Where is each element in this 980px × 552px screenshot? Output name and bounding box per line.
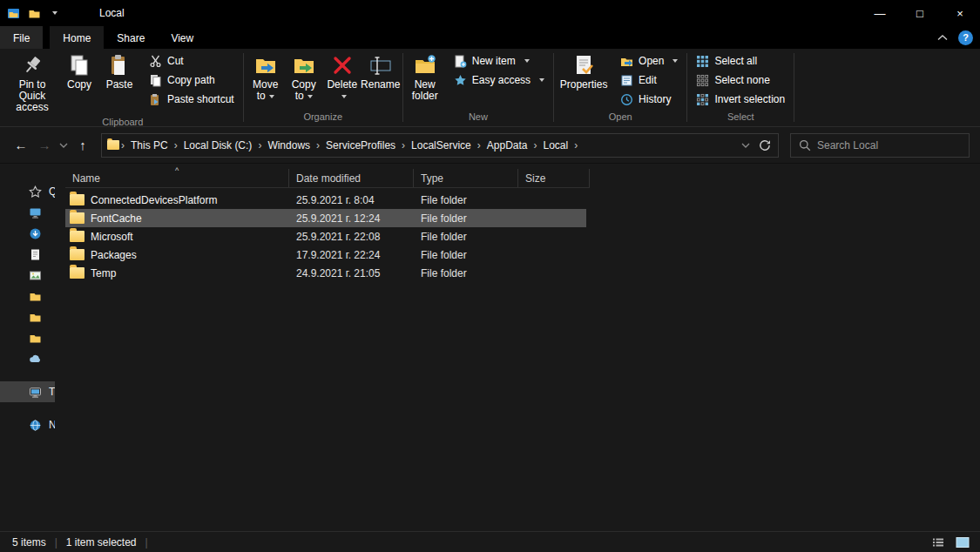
breadcrumb-local-disk-c[interactable]: Local Disk (C:) [179, 138, 257, 152]
maximize-button[interactable]: □ [900, 0, 940, 26]
large-icons-view-button[interactable] [954, 535, 971, 550]
copy-to-button[interactable]: Copy to [285, 51, 323, 104]
star-icon [29, 185, 42, 199]
column-header-name[interactable]: ^ Name [65, 169, 289, 187]
address-bar[interactable]: › This PC › Local Disk (C:) › Windows › … [101, 133, 779, 158]
close-button[interactable]: × [940, 0, 980, 26]
window-controls: — □ × [860, 0, 980, 26]
folder-icon [70, 194, 84, 205]
new-item-button[interactable]: New item [448, 51, 551, 71]
qat-customize-caret-icon[interactable] [52, 11, 57, 15]
refresh-icon[interactable] [759, 139, 771, 151]
delete-icon [331, 54, 354, 77]
tab-home[interactable]: Home [50, 26, 104, 49]
large-icons-view-icon [956, 536, 970, 549]
search-input[interactable] [817, 139, 961, 151]
select-all-button[interactable]: Select all [690, 51, 791, 71]
edit-button[interactable]: Edit [614, 71, 684, 90]
file-type: File folder [414, 267, 518, 279]
history-button[interactable]: History [614, 90, 684, 109]
collapse-ribbon-icon[interactable] [937, 34, 948, 41]
download-icon [29, 227, 42, 240]
select-none-button[interactable]: Select none [690, 71, 791, 90]
breadcrumb-localservice[interactable]: LocalService [407, 138, 476, 152]
breadcrumb-serviceprofiles[interactable]: ServiceProfiles [321, 138, 400, 152]
sort-ascending-icon: ^ [175, 167, 179, 175]
new-folder-icon [414, 54, 436, 77]
sidebar-item-network[interactable]: N [0, 414, 55, 435]
copy-button[interactable]: Copy [59, 51, 99, 93]
pin-to-quick-access-button[interactable]: Pin to Quick access [5, 51, 59, 116]
rename-button[interactable]: Rename [362, 51, 400, 93]
sidebar-item-this-pc[interactable]: Th [0, 381, 55, 402]
address-dropdown-caret-icon[interactable] [741, 143, 750, 148]
edit-label: Edit [639, 74, 657, 86]
breadcrumb-local[interactable]: Local [539, 138, 573, 152]
easy-access-icon [454, 74, 467, 87]
sidebar-item-documents[interactable] [0, 244, 55, 265]
up-button[interactable]: ↑ [74, 138, 91, 152]
help-icon[interactable]: ? [958, 30, 973, 45]
tab-share[interactable]: Share [104, 26, 158, 49]
details-view-button[interactable] [929, 535, 947, 550]
file-type: File folder [414, 249, 518, 261]
minimize-button[interactable]: — [860, 0, 900, 26]
properties-button[interactable]: Properties [557, 51, 611, 93]
sidebar-item-desktop[interactable] [0, 202, 55, 223]
open-caret-icon [672, 59, 678, 63]
tab-file[interactable]: File [0, 26, 43, 49]
file-name: Packages [91, 249, 137, 261]
picture-icon [29, 269, 42, 282]
column-header-size[interactable]: Size [518, 169, 590, 187]
table-row[interactable]: Microsoft 25.9.2021 г. 22:08 File folder [65, 227, 586, 246]
copy-path-button[interactable]: Copy path [143, 71, 240, 90]
column-header-date-modified[interactable]: Date modified [289, 169, 414, 187]
column-header-type[interactable]: Type [414, 169, 518, 187]
table-row-selected[interactable]: FontCache 25.9.2021 г. 12:24 File folder [65, 209, 586, 227]
sidebar-item-folder-1[interactable] [0, 286, 55, 306]
desktop-icon [29, 206, 42, 219]
search-box[interactable] [790, 133, 970, 158]
open-button[interactable]: Open [614, 51, 684, 71]
delete-button[interactable]: Delete [323, 51, 362, 104]
invert-selection-button[interactable]: Invert selection [690, 90, 791, 109]
properties-label: Properties [560, 79, 608, 91]
sidebar-item-pictures[interactable] [0, 265, 55, 286]
table-row[interactable]: Packages 17.9.2021 г. 22:24 File folder [65, 246, 586, 264]
breadcrumb-appdata[interactable]: AppData [483, 138, 532, 152]
move-to-button[interactable]: Move to [247, 51, 285, 104]
new-folder-button[interactable]: New folder [406, 51, 444, 104]
sidebar-item-quick-access[interactable]: Q [0, 181, 55, 202]
qat-folder-icon[interactable] [28, 7, 41, 20]
computer-icon [29, 386, 42, 399]
open-group-label: Open [557, 111, 684, 126]
breadcrumb-this-pc[interactable]: This PC [126, 138, 172, 152]
paste-button[interactable]: Paste [99, 51, 139, 93]
sidebar-item-folder-3[interactable] [0, 327, 55, 348]
easy-access-label: Easy access [472, 74, 531, 86]
back-button[interactable]: ← [12, 138, 30, 152]
paste-shortcut-button[interactable]: Paste shortcut [143, 90, 240, 109]
new-item-icon [454, 55, 467, 68]
invert-selection-label: Invert selection [714, 93, 785, 105]
move-to-label: Move to [253, 78, 278, 102]
table-row[interactable]: ConnectedDevicesPlatform 25.9.2021 г. 8:… [65, 191, 586, 209]
new-group-label: New [406, 111, 551, 126]
file-type: File folder [414, 231, 518, 243]
sidebar-item-folder-2[interactable] [0, 306, 55, 327]
easy-access-button[interactable]: Easy access [448, 71, 551, 90]
folder-icon [70, 267, 84, 279]
pin-icon [21, 54, 44, 77]
tab-view[interactable]: View [158, 26, 206, 49]
table-row[interactable]: Temp 24.9.2021 г. 21:05 File folder [65, 264, 586, 282]
recent-locations-caret-icon[interactable] [59, 143, 68, 148]
cut-button[interactable]: Cut [143, 51, 240, 71]
sidebar-item-onedrive[interactable] [0, 348, 55, 369]
rename-label: Rename [361, 79, 400, 91]
sidebar-item-downloads[interactable] [0, 223, 55, 244]
status-bar: 5 items | 1 item selected | [0, 531, 980, 552]
new-item-label: New item [472, 55, 516, 67]
select-group-label: Select [690, 111, 791, 126]
forward-button[interactable]: → [36, 138, 53, 152]
breadcrumb-windows[interactable]: Windows [263, 138, 314, 152]
